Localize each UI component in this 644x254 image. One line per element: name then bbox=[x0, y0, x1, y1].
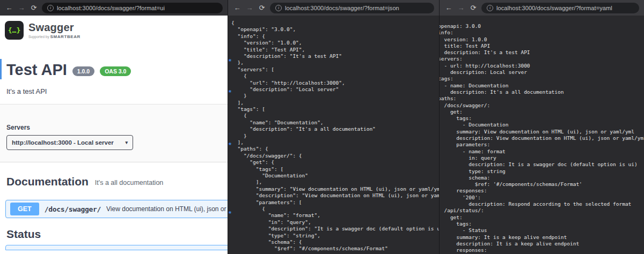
forward-icon[interactable]: → bbox=[457, 0, 465, 16]
code-line: /api/status/: bbox=[439, 207, 644, 214]
code-line: description: It is a keep alive endpoint bbox=[439, 241, 644, 247]
browser-window-yaml: ← → ⟳ i localhost:3000/docs/swagger/?for… bbox=[439, 0, 644, 254]
code-line: type: string bbox=[439, 168, 644, 175]
forward-icon[interactable]: → bbox=[17, 0, 26, 16]
url-bar[interactable]: i localhost:3000/docs/swagger/?format=ui bbox=[42, 3, 223, 13]
code-line: } bbox=[231, 133, 439, 139]
api-info-section: Test API 1.0.0 OAS 3.0 It's a test API bbox=[0, 43, 228, 104]
code-line: description: View documentation on HTML … bbox=[439, 135, 644, 141]
code-line: }, bbox=[231, 59, 439, 66]
browser-window-ui: ← → ⟳ i localhost:3000/docs/swagger/?for… bbox=[0, 0, 228, 254]
code-line: summary: It is a keep alive endpoint bbox=[439, 234, 644, 241]
tag-status[interactable]: Status bbox=[5, 218, 222, 241]
url-bar[interactable]: i localhost:3000/docs/swagger/?format=js… bbox=[270, 3, 434, 13]
code-line: description: It's a test API bbox=[439, 49, 644, 56]
three-browser-comparison: ← → ⟳ i localhost:3000/docs/swagger/?for… bbox=[0, 0, 644, 254]
operations-section: Documentation It's a all documentation G… bbox=[0, 162, 228, 250]
refresh-icon[interactable]: ⟳ bbox=[469, 0, 478, 16]
code-line: "description": "It's a test API" bbox=[231, 53, 439, 59]
code-line: "title": "Test API", bbox=[231, 47, 439, 53]
code-line: "parameters": [ bbox=[231, 199, 439, 206]
tag-documentation[interactable]: Documentation It's a all documentation bbox=[5, 162, 222, 200]
tag-title: Documentation bbox=[6, 175, 89, 188]
code-line: description: Respond according to the se… bbox=[439, 201, 644, 207]
code-line: $ref: '#/components/schemas/Format' bbox=[439, 181, 644, 188]
back-icon[interactable]: ← bbox=[233, 0, 241, 16]
fold-marker-icon: * bbox=[229, 211, 231, 216]
code-line: "name": "format", bbox=[231, 212, 439, 219]
code-line: "tags": [ bbox=[231, 106, 439, 113]
code-line: "version": "1.0.0", bbox=[231, 40, 439, 46]
fold-marker-icon: * bbox=[229, 143, 231, 148]
code-line: ], bbox=[231, 139, 439, 146]
code-line: info: bbox=[439, 29, 644, 36]
fold-marker-icon: * bbox=[229, 59, 231, 64]
code-line: - Documentation bbox=[439, 122, 644, 128]
get-method-badge: GET bbox=[10, 203, 39, 215]
endpoint-summary: View documentation on HTML (ui), json or… bbox=[106, 205, 228, 213]
code-line: - name: Documentation bbox=[439, 83, 644, 89]
back-icon[interactable]: ← bbox=[5, 0, 13, 16]
url-bar[interactable]: i localhost:3000/docs/swagger/?format=ya… bbox=[481, 3, 639, 13]
chevron-down-icon: ▾ bbox=[125, 140, 128, 145]
api-title-row: Test API 1.0.0 OAS 3.0 bbox=[6, 61, 220, 79]
code-line: { bbox=[231, 113, 439, 119]
code-line: - name: format bbox=[439, 148, 644, 155]
code-line: openapi: 3.0.0 bbox=[439, 23, 644, 29]
code-line: responses: bbox=[439, 188, 644, 194]
code-line: get: bbox=[439, 109, 644, 115]
code-line: "in": "query", bbox=[231, 219, 439, 226]
site-info-icon[interactable]: i bbox=[275, 5, 282, 11]
code-line: "description": "It is a swagger doc (def… bbox=[231, 226, 439, 232]
code-line: "type": "string", bbox=[231, 233, 439, 239]
code-line: tags: bbox=[439, 115, 644, 122]
code-line: summary: View documentation on HTML (ui)… bbox=[439, 129, 644, 135]
code-line: "summary": "View documentation on HTML (… bbox=[231, 186, 439, 192]
site-info-icon[interactable]: i bbox=[47, 5, 54, 11]
api-description: It's a test API bbox=[6, 87, 220, 95]
smartbear-credit: Supported by SMARTBEAR bbox=[28, 34, 80, 39]
code-line: tags: bbox=[439, 76, 644, 82]
status-title: Status bbox=[6, 228, 41, 241]
code-line: "description": "It's a all documentation… bbox=[231, 126, 439, 132]
code-line: ], bbox=[231, 100, 439, 106]
browser-toolbar: ← → ⟳ i localhost:3000/docs/swagger/?for… bbox=[228, 0, 439, 16]
code-line: "description": "View documentation on HT… bbox=[231, 192, 439, 199]
code-line: get: bbox=[439, 214, 644, 221]
back-icon[interactable]: ← bbox=[444, 0, 453, 16]
json-response-body: { "openapi": "3.0.0", "info": { "version… bbox=[228, 16, 439, 252]
servers-select[interactable]: http://localhost:3000 - Local server ▾ bbox=[6, 135, 133, 150]
api-title: Test API bbox=[6, 61, 67, 79]
code-line: '200': bbox=[439, 195, 644, 201]
code-line: "openapi": "3.0.0", bbox=[231, 26, 439, 33]
code-line: "$ref": "#/components/schemas/Format" bbox=[231, 245, 439, 252]
focus-caret bbox=[0, 59, 2, 79]
code-line: "info": { bbox=[231, 33, 439, 40]
refresh-icon[interactable]: ⟳ bbox=[258, 0, 266, 16]
forward-icon[interactable]: → bbox=[245, 0, 254, 16]
site-info-icon[interactable]: i bbox=[487, 5, 493, 11]
refresh-icon[interactable]: ⟳ bbox=[30, 0, 38, 16]
code-line: - Status bbox=[439, 227, 644, 234]
fold-marker-icon: * bbox=[229, 90, 231, 95]
endpoint-get-docs-swagger[interactable]: GET /docs/swagger/ View documentation on… bbox=[5, 200, 228, 218]
next-endpoint-partial[interactable] bbox=[5, 245, 228, 250]
code-line: "description": "Local server" bbox=[231, 86, 439, 93]
url-text: localhost:3000/docs/swagger/?format=ui bbox=[57, 5, 165, 11]
swagger-wordmark: Swagger bbox=[28, 21, 80, 34]
url-text: localhost:3000/docs/swagger/?format=json bbox=[285, 5, 399, 11]
tag-description: It's a all documentation bbox=[95, 179, 163, 186]
code-line: } bbox=[231, 93, 439, 99]
code-line: servers: bbox=[439, 56, 644, 62]
code-line: "paths": { bbox=[231, 146, 439, 152]
code-line: "get": { bbox=[231, 159, 439, 166]
code-line: "tags": [ bbox=[231, 166, 439, 173]
code-line: { bbox=[231, 206, 439, 212]
servers-selected-option: http://localhost:3000 - Local server bbox=[12, 139, 114, 146]
yaml-response-body: openapi: 3.0.0info: version: 1.0.0 title… bbox=[439, 16, 644, 253]
url-text: localhost:3000/docs/swagger/?format=yaml bbox=[496, 5, 612, 11]
swagger-header: {…} Swagger Supported by SMARTBEAR bbox=[0, 16, 228, 43]
code-line: tags: bbox=[439, 221, 644, 227]
smartbear-logo-text: SMARTBEAR bbox=[50, 34, 80, 39]
code-line: /docs/swagger/: bbox=[439, 102, 644, 109]
